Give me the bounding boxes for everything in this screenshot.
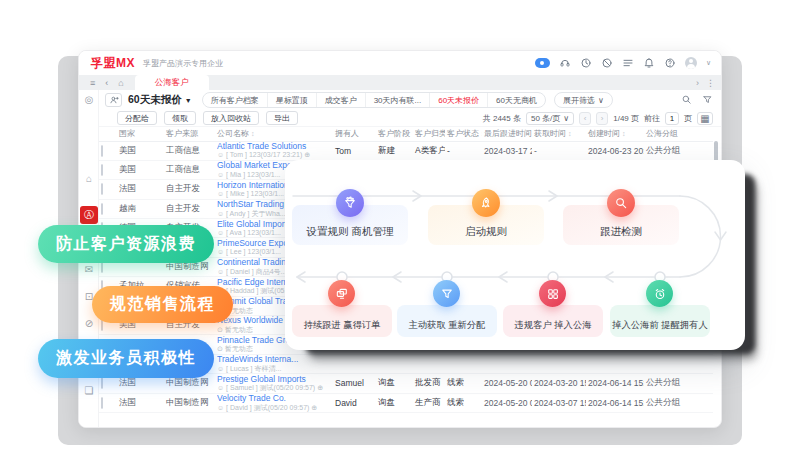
cell-create-time: 2024-06-23 20:34 [586, 141, 644, 160]
cell-last-follow: 2024-05-20 0... [482, 374, 532, 393]
quick-filter-pill[interactable]: 所有客户档案 [203, 92, 268, 108]
goto-page-input[interactable]: 1 [665, 112, 679, 125]
tab-public-pool[interactable]: 公海客户 [135, 75, 209, 90]
quick-filter-pill[interactable]: 60天未报价 [430, 92, 488, 108]
add-person-icon[interactable] [105, 93, 122, 107]
cell-owner: Samuel [333, 374, 376, 393]
chevron-down-icon[interactable]: ∨ [706, 59, 711, 67]
cell-status [445, 354, 482, 373]
home-icon[interactable]: ⌂ [118, 78, 123, 88]
next-page-button[interactable]: › [596, 112, 608, 125]
cell-owner [333, 354, 376, 373]
column-header[interactable]: 客户归类 [413, 127, 445, 141]
view-icon[interactable] [535, 58, 550, 68]
column-header[interactable] [99, 127, 117, 141]
workflow-step-card[interactable]: 违规客户 掉入公海 [503, 305, 603, 337]
row-checkbox[interactable] [101, 183, 103, 195]
row-checkbox[interactable] [101, 203, 103, 215]
forbid-icon[interactable] [601, 57, 613, 69]
export-button[interactable]: 导出 [266, 111, 298, 125]
cell-status: 线索 [445, 374, 482, 393]
expand-filter-button[interactable]: 展开筛选 ∨ [554, 92, 613, 108]
column-header[interactable]: 最后跟进时间 [482, 127, 532, 141]
company-activity: ☺ [ Lucas ] 寄样清... [217, 365, 331, 373]
column-settings-icon[interactable]: ▦ [697, 112, 713, 125]
tab-more-icon[interactable]: ⋮ [706, 78, 715, 88]
clock-icon[interactable] [580, 57, 592, 69]
sidebar-item[interactable]: Ⓐ [80, 206, 98, 224]
workflow-step-card[interactable]: 持续跟进 赢得订单 [292, 305, 392, 337]
view-caret-icon[interactable]: ▼ [185, 97, 192, 104]
column-header[interactable]: 公司名称 [215, 127, 333, 141]
sidebar-item[interactable]: ❏ [80, 381, 98, 399]
company-link[interactable]: TradeWinds Interna... [217, 355, 331, 365]
sidebar-item[interactable]: ◎ [80, 90, 98, 108]
company-link[interactable]: Atlantic Trade Solutions [217, 142, 331, 152]
column-header[interactable]: 客户状态 [445, 127, 482, 141]
company-link[interactable]: Prestige Global Imports [217, 375, 331, 385]
workflow-step-label: 违规客户 掉入公海 [515, 319, 592, 332]
filter-row: 60天未报价 ▼ 所有客户档案 星标置顶 成交客户 30天内有联... 60天未… [99, 90, 722, 110]
workflow-step-label: 设置规则 商机管理 [307, 225, 394, 239]
cell-owner: Tom [333, 141, 376, 160]
sidebar-item[interactable]: ⌂ [80, 169, 98, 187]
row-checkbox[interactable] [101, 377, 103, 389]
column-header[interactable]: 国家 [117, 127, 164, 141]
company-link[interactable]: Velocity Trade Co. [217, 394, 331, 404]
workflow-step-card[interactable]: 主动获取 重新分配 [397, 305, 497, 337]
filter-funnel-icon[interactable] [702, 91, 713, 109]
bell-icon[interactable] [643, 57, 655, 69]
current-view-label[interactable]: 60天未报价 [128, 93, 182, 107]
prev-page-button[interactable]: ‹ [579, 112, 591, 125]
workflow-step-label: 跟进检测 [600, 225, 642, 239]
quick-filter-pill[interactable]: 星标置顶 [268, 92, 317, 108]
cell-country: 美国 [117, 141, 164, 160]
column-header[interactable]: 创建时间 [586, 127, 644, 141]
column-header[interactable]: 公海分组 [644, 127, 713, 141]
sidebar-item-icon: ✉ [85, 264, 93, 275]
recycle-bin-button[interactable]: 放入回收站 [203, 111, 259, 125]
tab-scroll-right-icon[interactable]: › [696, 78, 699, 88]
cell-pool-group: 公共分组 [644, 393, 713, 412]
quick-filter-pill[interactable]: 30天内有联... [366, 92, 431, 108]
help-icon[interactable] [664, 57, 676, 69]
workflow-step-card[interactable]: 掉入公海前 提醒拥有人 [610, 305, 710, 337]
cell-pool-group [644, 354, 713, 373]
column-header[interactable]: 获取时间 [532, 127, 586, 141]
cell-category: 批发商 [413, 374, 445, 393]
claim-button[interactable]: 领取 [164, 111, 196, 125]
row-checkbox[interactable] [101, 164, 103, 176]
search-icon[interactable] [681, 91, 692, 109]
column-header[interactable]: 客户来源 [164, 127, 215, 141]
cell-status: - [445, 141, 482, 160]
row-checkbox[interactable] [101, 145, 103, 157]
quick-filter-pill[interactable]: 60天无商机 [488, 92, 545, 108]
sidebar-item-icon: ❏ [85, 385, 94, 396]
tab-bar: ≡ ‹ ⌂ 公海客户 › ⋮ [79, 75, 721, 90]
cell-owner: David [333, 393, 376, 412]
cell-category [413, 354, 445, 373]
topbar-icon-cluster: ∨ [535, 57, 711, 69]
column-header[interactable]: 客户阶段 [376, 127, 413, 141]
user-avatar[interactable] [685, 57, 697, 69]
ribbon-text: 激发业务员积极性 [56, 348, 196, 369]
sidebar-item[interactable]: ⊘ [80, 314, 98, 332]
menu-icon[interactable]: ≡ [90, 78, 95, 88]
expand-filter-label: 展开筛选 [563, 95, 595, 106]
goto-suffix: 页 [684, 113, 692, 124]
quick-filter-pill[interactable]: 成交客户 [317, 92, 366, 108]
column-header[interactable]: 拥有人 [333, 127, 376, 141]
per-page-select[interactable]: 50 条/页∨ [526, 112, 574, 125]
back-icon[interactable]: ‹ [105, 78, 108, 88]
workflow-step-icon [472, 189, 500, 217]
row-checkbox[interactable] [101, 397, 103, 409]
list-icon[interactable] [622, 57, 634, 69]
sidebar-item-icon: ⌂ [86, 173, 92, 184]
workflow-step-label: 持续跟进 赢得订单 [304, 319, 381, 332]
table-row[interactable]: 美国 工商信息 Atlantic Trade Solutions ☺ [ Tom… [99, 141, 713, 160]
table-row[interactable]: 法国 中国制造网 Velocity Trade Co. ☺ [ David ] … [99, 393, 713, 412]
assign-button[interactable]: 分配给 [117, 111, 157, 125]
screenshot-stage: 孚盟MX 孚盟产品演示专用企业 ∨ ≡ ‹ ⌂ 公海客户 › ⋮ [0, 0, 794, 459]
cell-category: A类客户 [413, 141, 445, 160]
headset-icon[interactable] [559, 57, 571, 69]
